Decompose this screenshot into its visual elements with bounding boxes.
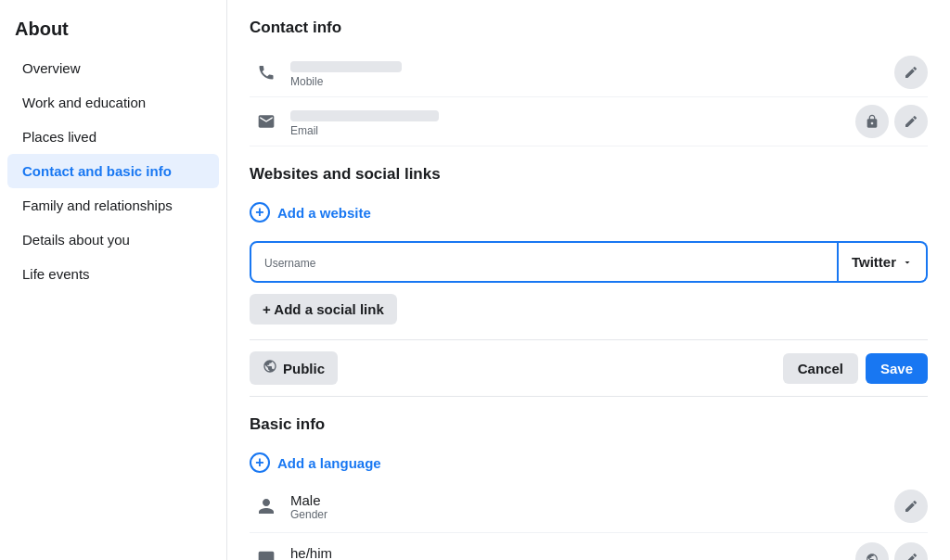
- sidebar-item-family[interactable]: Family and relationships: [7, 188, 219, 223]
- email-lock-button[interactable]: [855, 105, 889, 138]
- sidebar-title: About: [0, 11, 226, 51]
- websites-section: Websites and social links + Add a websit…: [250, 165, 928, 397]
- email-edit-button[interactable]: [894, 105, 928, 138]
- platform-label: Twitter: [852, 254, 896, 270]
- add-website-icon: +: [250, 202, 270, 223]
- pronouns-content: he/him System pronouns: [290, 545, 855, 561]
- email-actions: [855, 105, 928, 138]
- cancel-button[interactable]: Cancel: [783, 353, 858, 384]
- sidebar-item-places-lived[interactable]: Places lived: [7, 120, 219, 154]
- pronouns-row: he/him System pronouns: [250, 533, 928, 560]
- basic-info-section: Basic info + Add a language Male Gender: [250, 415, 928, 560]
- add-website-label: Add a website: [277, 205, 371, 221]
- gender-row: Male Gender: [250, 480, 928, 533]
- privacy-label: Public: [283, 361, 325, 376]
- gender-content: Male Gender: [290, 492, 894, 521]
- sidebar-item-life-events[interactable]: Life events: [7, 257, 219, 291]
- basic-info-title: Basic info: [250, 415, 928, 434]
- add-language-icon: +: [250, 452, 270, 473]
- social-input-row: Twitter: [250, 241, 928, 283]
- pronouns-privacy-button[interactable]: [855, 542, 889, 560]
- mobile-label: Mobile: [290, 75, 894, 88]
- gender-value: Male: [290, 492, 894, 508]
- sidebar-item-details[interactable]: Details about you: [7, 223, 219, 257]
- add-language-label: Add a language: [277, 455, 381, 471]
- pronouns-edit-button[interactable]: [894, 542, 928, 560]
- action-bar: Public Cancel Save: [250, 339, 928, 397]
- main-content: Contact info Mobile: [227, 0, 950, 560]
- gender-edit-button[interactable]: [894, 490, 928, 523]
- privacy-button[interactable]: Public: [250, 351, 338, 385]
- globe-icon: [263, 359, 277, 377]
- sidebar-item-contact-basic[interactable]: Contact and basic info: [7, 154, 219, 188]
- bubble-icon: [250, 542, 283, 560]
- pronouns-actions: [855, 542, 928, 560]
- email-icon: [250, 105, 283, 138]
- mobile-value: [290, 61, 402, 72]
- action-buttons: Cancel Save: [783, 353, 928, 384]
- websites-title: Websites and social links: [250, 165, 928, 184]
- add-social-link-label: + Add a social link: [263, 301, 384, 317]
- mobile-content: Mobile: [290, 57, 894, 88]
- add-social-link-button[interactable]: + Add a social link: [250, 294, 397, 325]
- save-button[interactable]: Save: [866, 353, 928, 384]
- pronouns-value: he/him: [290, 545, 855, 561]
- add-language-button[interactable]: + Add a language: [250, 445, 381, 480]
- sidebar: About Overview Work and education Places…: [0, 0, 227, 560]
- platform-dropdown[interactable]: Twitter: [839, 241, 928, 283]
- email-value: [290, 110, 439, 121]
- sidebar-item-work-education[interactable]: Work and education: [7, 85, 219, 120]
- contact-info-title: Contact info: [250, 19, 928, 37]
- mobile-edit-button[interactable]: [894, 56, 928, 89]
- email-content: Email: [290, 107, 855, 137]
- gender-label: Gender: [290, 508, 894, 521]
- gender-actions: [894, 490, 928, 523]
- add-website-button[interactable]: + Add a website: [250, 195, 371, 230]
- phone-icon: [250, 56, 283, 89]
- email-row: Email: [250, 97, 928, 146]
- username-input[interactable]: [250, 241, 839, 283]
- mobile-actions: [894, 56, 928, 89]
- mobile-row: Mobile: [250, 48, 928, 97]
- email-label: Email: [290, 124, 855, 137]
- person-icon: [250, 490, 283, 523]
- sidebar-item-overview[interactable]: Overview: [7, 51, 219, 85]
- chevron-down-icon: [902, 257, 913, 268]
